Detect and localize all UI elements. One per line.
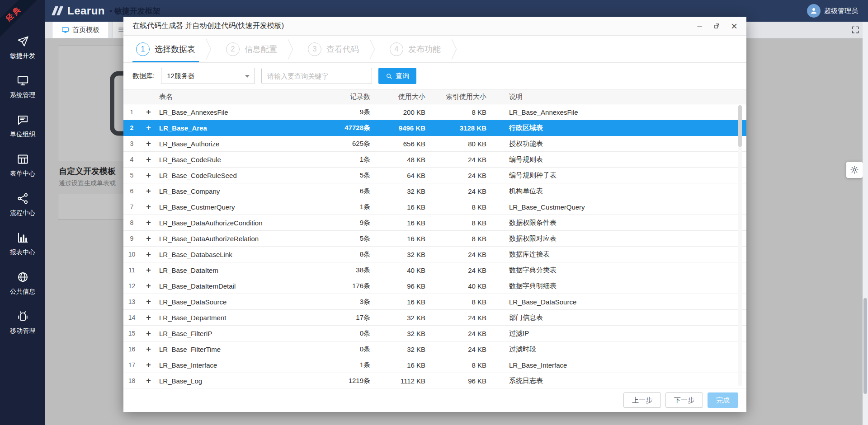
table-row[interactable]: 15+LR_Base_FilterIP0条32 KB24 KB过滤IP — [123, 326, 746, 341]
expand-plus-icon[interactable]: + — [140, 187, 157, 195]
filter-bar: 数据库: 12服务器 查询 — [123, 63, 746, 89]
expand-plus-icon[interactable]: + — [140, 329, 157, 337]
table-body: 1+LR_Base_AnnexesFile9条200 KB8 KBLR_Base… — [123, 104, 746, 388]
query-button-label: 查询 — [396, 72, 409, 80]
cell-used-size: 32 KB — [373, 251, 428, 258]
search-input[interactable] — [261, 68, 372, 84]
user-menu[interactable]: 超级管理员 — [807, 0, 858, 22]
row-index: 7 — [123, 203, 140, 210]
page-scrollbar[interactable] — [863, 22, 868, 425]
table-row[interactable]: 17+LR_Base_Interface1条16 KB8 KBLR_Base_I… — [123, 357, 746, 373]
table-row[interactable]: 11+LR_Base_DataItem38条40 KB24 KB数据字典分类表 — [123, 262, 746, 278]
row-index: 18 — [123, 377, 140, 384]
cell-record-count: 38条 — [334, 266, 373, 275]
table-row[interactable]: 14+LR_Base_Department17条32 KB24 KB部门信息表 — [123, 310, 746, 326]
table-row[interactable]: 13+LR_Base_DataSource3条16 KB8 KBLR_Base_… — [123, 294, 746, 310]
table-row[interactable]: 8+LR_Base_DataAuthorizeCondition9条16 KB8… — [123, 215, 746, 231]
search-icon — [386, 73, 392, 79]
row-index: 9 — [123, 235, 140, 242]
cell-used-size: 32 KB — [373, 346, 428, 353]
table-row[interactable]: 18+LR_Base_Log1219条1112 KB96 KB系统日志表 — [123, 373, 746, 388]
cell-used-size: 96 KB — [373, 282, 428, 290]
expand-plus-icon[interactable]: + — [140, 282, 157, 290]
window-controls: − × — [697, 21, 737, 32]
sidebar: 经典 敏捷开发系统管理单位组织表单中心流程中心报表中心公共信息移动管理 — [0, 0, 45, 425]
table-row[interactable]: 2+LR_Base_Area47728条9496 KB3128 KB行政区域表 — [123, 120, 746, 136]
dialog-titlebar: 在线代码生成器 并自动创建代码(快速开发模板) − × — [123, 17, 746, 36]
table-row[interactable]: 16+LR_Base_FilterTime0条32 KB24 KB过滤时段 — [123, 341, 746, 357]
expand-plus-icon[interactable]: + — [140, 234, 157, 243]
wizard-step-1[interactable]: 1选择数据表 — [132, 36, 199, 62]
expand-plus-icon[interactable]: + — [140, 298, 157, 306]
row-index: 2 — [123, 124, 140, 131]
expand-plus-icon[interactable]: + — [140, 171, 157, 179]
cell-record-count: 1条 — [334, 361, 373, 369]
cell-record-count: 625条 — [334, 140, 373, 148]
row-index: 3 — [123, 140, 140, 147]
step-label: 发布功能 — [408, 44, 441, 55]
cell-description: 授权功能表 — [489, 140, 746, 148]
expand-plus-icon[interactable]: + — [140, 377, 157, 385]
sidebar-item-public-info[interactable]: 公共信息 — [0, 264, 45, 303]
expand-plus-icon[interactable]: + — [140, 140, 157, 148]
finish-button[interactable]: 完成 — [708, 392, 738, 408]
expand-plus-icon[interactable]: + — [140, 361, 157, 369]
sidebar-item-workflow-center[interactable]: 流程中心 — [0, 185, 45, 224]
table-row[interactable]: 7+LR_Base_CustmerQuery1条16 KB8 KBLR_Base… — [123, 199, 746, 215]
query-button[interactable]: 查询 — [378, 68, 416, 84]
expand-plus-icon[interactable]: + — [140, 345, 157, 353]
expand-plus-icon[interactable]: + — [140, 250, 157, 258]
sidebar-item-agile-dev[interactable]: 敏捷开发 — [0, 28, 45, 67]
sidebar-item-mobile-mgmt[interactable]: 移动管理 — [0, 303, 45, 342]
expand-plus-icon[interactable]: + — [140, 266, 157, 274]
maximize-restore-icon[interactable] — [713, 23, 720, 29]
cell-index-size: 8 KB — [428, 219, 489, 227]
table-scrollbar[interactable] — [738, 105, 742, 386]
table-row[interactable]: 9+LR_Base_DataAuthorizeRelation5条16 KB8 … — [123, 231, 746, 247]
row-index: 16 — [123, 346, 140, 353]
wizard-step-2[interactable]: 2信息配置 — [222, 36, 281, 62]
cell-index-size: 24 KB — [428, 187, 489, 195]
table-row[interactable]: 1+LR_Base_AnnexesFile9条200 KB8 KBLR_Base… — [123, 104, 746, 120]
table-header: 表名 记录数 使用大小 索引使用大小 说明 — [123, 89, 746, 104]
table-row[interactable]: 3+LR_Base_Authorize625条656 KB80 KB授权功能表 — [123, 136, 746, 152]
table-row[interactable]: 12+LR_Base_DataItemDetail176条96 KB40 KB数… — [123, 278, 746, 294]
cell-index-size: 3128 KB — [428, 124, 489, 132]
settings-gear-button[interactable] — [846, 162, 863, 178]
table-row[interactable]: 4+LR_Base_CodeRule1条48 KB24 KB编号规则表 — [123, 152, 746, 168]
next-step-button[interactable]: 下一步 — [665, 392, 703, 408]
close-icon[interactable]: × — [731, 21, 737, 32]
fullscreen-icon[interactable] — [851, 25, 860, 34]
sidebar-item-form-center[interactable]: 表单中心 — [0, 146, 45, 185]
page-scrollbar-thumb[interactable] — [863, 298, 867, 394]
database-select[interactable]: 12服务器 — [161, 68, 255, 84]
expand-plus-icon[interactable]: + — [140, 203, 157, 211]
sidebar-item-system-mgmt[interactable]: 系统管理 — [0, 67, 45, 107]
sidebar-item-report-center[interactable]: 报表中心 — [0, 224, 45, 264]
cell-used-size: 32 KB — [373, 330, 428, 337]
expand-plus-icon[interactable]: + — [140, 219, 157, 227]
prev-step-button[interactable]: 上一步 — [623, 392, 661, 408]
cell-description: 数据权限条件表 — [489, 219, 746, 227]
expand-plus-icon[interactable]: + — [140, 313, 157, 322]
table-row[interactable]: 10+LR_Base_DatabaseLink8条32 KB24 KB数据库连接… — [123, 247, 746, 262]
expand-plus-icon[interactable]: + — [140, 155, 157, 163]
row-index: 4 — [123, 156, 140, 163]
android-icon — [17, 310, 29, 322]
table-scrollbar-thumb[interactable] — [738, 105, 742, 147]
expand-plus-icon[interactable]: + — [140, 124, 157, 132]
sidebar-item-org-unit[interactable]: 单位组织 — [0, 107, 45, 146]
table-icon — [17, 153, 29, 165]
tab-home-template[interactable]: 首页模板 — [52, 22, 109, 38]
cell-description: 过滤时段 — [489, 345, 746, 354]
col-index-size: 索引使用大小 — [428, 93, 489, 101]
table-row[interactable]: 6+LR_Base_Company6条32 KB24 KB机构单位表 — [123, 183, 746, 199]
wizard-step-3[interactable]: 3查看代码 — [304, 36, 363, 62]
cell-index-size: 8 KB — [428, 235, 489, 243]
expand-plus-icon[interactable]: + — [140, 108, 157, 116]
table-row[interactable]: 5+LR_Base_CodeRuleSeed5条64 KB24 KB编号规则种子… — [123, 168, 746, 183]
row-index: 13 — [123, 298, 140, 305]
minimize-icon[interactable]: − — [697, 21, 703, 31]
wizard-step-4[interactable]: 4发布功能 — [386, 36, 444, 62]
cell-description: 数据权限对应表 — [489, 234, 746, 243]
